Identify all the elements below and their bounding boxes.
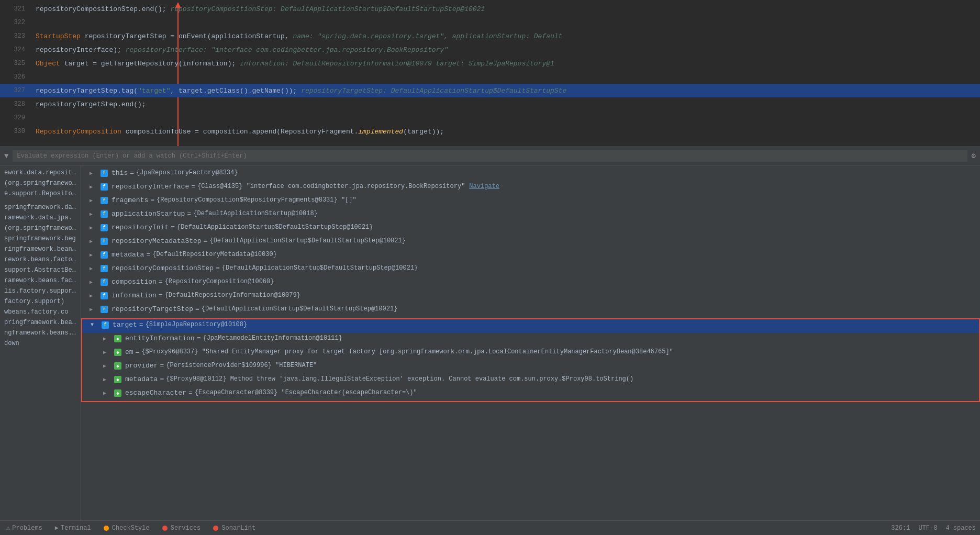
services-tab[interactable]: Services (160, 525, 203, 532)
var-name: escapeCharacter (125, 389, 186, 397)
line-number: 327 (0, 87, 31, 94)
gear-icon[interactable]: ⚙ (972, 151, 976, 160)
line-number: 321 (0, 5, 31, 13)
var-row-escapeCharacter[interactable]: ▶ ◆ escapeCharacter = {EscapeCharacter@8… (82, 387, 979, 401)
leaf-icon: ◆ (114, 362, 121, 370)
sidebar-item[interactable]: ramework.data.jpa. (0, 213, 81, 223)
var-name: composition (112, 278, 157, 286)
terminal-label: Terminal (61, 525, 91, 532)
var-row-em[interactable]: ▶ ◆ em = {$Proxy96@8337} "Shared EntityM… (82, 347, 979, 360)
expand-arrow[interactable]: ▶ (90, 264, 98, 272)
sidebar-item[interactable]: factory.support) (0, 296, 81, 307)
expand-arrow[interactable]: ▶ (103, 362, 112, 369)
sidebar-item[interactable]: pringframework.beans. (0, 317, 81, 328)
sidebar-item[interactable]: ngframework.beans.fa (0, 328, 81, 338)
problems-tab[interactable]: ⚠ Problems (4, 524, 44, 532)
expand-arrow[interactable]: ▶ (90, 210, 98, 217)
expand-arrow[interactable]: ▶ (90, 169, 98, 176)
var-row-applicationStartup[interactable]: ▶ f applicationStartup = {DefaultApplica… (81, 208, 980, 222)
sidebar-item[interactable]: e.support.RepositoryF (0, 188, 81, 199)
code-line-327: 327 repositoryTargetStep.tag("target", t… (0, 84, 980, 97)
var-name: information (112, 292, 157, 299)
var-value: {JpaRepositoryFactory@8334} (136, 169, 238, 176)
sidebar-item[interactable]: down (0, 338, 81, 349)
var-name: repositoryInit (112, 224, 169, 231)
var-value: {DefaultRepositoryMetadata@10030} (152, 251, 277, 258)
filter-icon[interactable]: ▼ (4, 152, 8, 160)
var-row-composition[interactable]: ▶ f composition = {RepositoryComposition… (81, 276, 980, 290)
sidebar-item[interactable]: ringframework.beans.fa (0, 244, 81, 254)
var-row-metadata-child[interactable]: ▶ ◆ metadata = {$Proxy98@10112} Method t… (82, 374, 979, 387)
leaf-icon: ◆ (114, 335, 121, 342)
code-lines: 321 repositoryCompositionStep.end(); rep… (0, 0, 980, 140)
var-name: entityInformation (125, 335, 195, 342)
expand-arrow[interactable]: ▶ (90, 251, 98, 258)
var-name: metadata (125, 375, 158, 383)
line-content: repositoryTargetStep.tag("target", targe… (31, 87, 980, 95)
code-line-323: 323 StartupStep repositoryTargetStep = o… (0, 29, 980, 43)
expand-arrow[interactable]: ▼ (91, 321, 99, 328)
var-row-this[interactable]: ▶ f this = {JpaRepositoryFactory@8334} (81, 168, 980, 181)
expand-arrow[interactable]: ▶ (90, 183, 98, 190)
expand-arrow[interactable]: ▶ (90, 237, 98, 244)
expand-arrow[interactable]: ▶ (90, 224, 98, 231)
code-line-329: 329 (0, 111, 980, 125)
expand-arrow[interactable]: ▶ (103, 375, 112, 383)
leaf-icon: ◆ (114, 376, 121, 383)
sidebar-item[interactable]: lis.factory.support) (0, 286, 81, 296)
field-icon: f (101, 278, 108, 286)
var-row-fragments[interactable]: ▶ f fragments = {RepositoryComposition$R… (81, 195, 980, 208)
var-value: {EscapeCharacter@8339} "EscapeCharacter(… (195, 389, 417, 396)
sidebar-item[interactable]: rework.beans.factory. (0, 254, 81, 265)
var-row-information[interactable]: ▶ f information = {DefaultRepositoryInfo… (81, 290, 980, 304)
expand-arrow[interactable]: ▶ (90, 196, 98, 204)
sidebar-item[interactable]: springframework.data. (0, 202, 81, 213)
terminal-icon: ▶ (55, 524, 59, 532)
var-name: repositoryTargetStep (112, 305, 193, 313)
var-row-repositoryInit[interactable]: ▶ f repositoryInit = {DefaultApplication… (81, 222, 980, 236)
var-row-repositoryMetadataStep[interactable]: ▶ f repositoryMetadataStep = {DefaultApp… (81, 236, 980, 249)
sonarlint-label: SonarLint (221, 525, 255, 532)
var-value: {DefaultRepositoryInformation@10079} (165, 292, 300, 299)
checkstyle-dot (104, 526, 109, 531)
spaces-indicator: 4 spaces (945, 525, 976, 532)
var-row-repositoryTargetStep[interactable]: ▶ f repositoryTargetStep = {DefaultAppli… (81, 304, 980, 317)
var-name: target (113, 321, 137, 329)
code-line-321: 321 repositoryCompositionStep.end(); rep… (0, 2, 980, 16)
sidebar-item[interactable]: springframework.beg (0, 233, 81, 244)
field-icon: f (101, 251, 108, 259)
expand-arrow[interactable]: ▶ (90, 305, 98, 313)
var-row-repositoryInterface[interactable]: ▶ f repositoryInterface = {Class@4135} "… (81, 181, 980, 195)
sidebar-item[interactable]: wbeans.factory.co (0, 307, 81, 317)
expand-arrow[interactable]: ▶ (103, 335, 112, 342)
var-value: {RepositoryComposition@10060} (165, 278, 274, 285)
var-name: provider (125, 362, 158, 370)
leaf-icon: ◆ (114, 349, 121, 356)
expand-arrow[interactable]: ▶ (103, 389, 112, 396)
var-value: {DefaultApplicationStartup@10018} (193, 210, 318, 217)
terminal-tab[interactable]: ▶ Terminal (53, 524, 93, 532)
services-dot (162, 526, 168, 531)
sidebar-item[interactable]: (org.springframewok. (0, 223, 81, 233)
var-row-metadata[interactable]: ▶ f metadata = {DefaultRepositoryMetadat… (81, 249, 980, 263)
sidebar-item[interactable]: ework.data.repository (0, 168, 81, 178)
sonarlint-dot (213, 526, 218, 531)
sidebar-item[interactable]: support.AbstractBean (0, 265, 81, 275)
checkstyle-tab[interactable]: CheckStyle (102, 525, 152, 532)
var-value: {DefaultApplicationStartup$DefaultStartu… (209, 237, 405, 244)
expand-arrow[interactable]: ▶ (90, 292, 98, 299)
line-content: Object target = getTargetRepository(info… (31, 60, 980, 68)
var-row-repositoryCompositionStep[interactable]: ▶ f repositoryCompositionStep = {Default… (81, 263, 980, 276)
sonarlint-tab[interactable]: SonarLint (211, 525, 258, 532)
expression-input[interactable] (13, 150, 967, 162)
debug-toolbar: ▼ ⚙ (0, 147, 980, 165)
expand-arrow[interactable]: ▶ (90, 278, 98, 285)
sidebar-item[interactable]: (org.springframework. (0, 178, 81, 188)
problems-label: Problems (12, 525, 42, 532)
navigate-link[interactable]: Navigate (469, 183, 499, 190)
var-row-entityInformation[interactable]: ▶ ◆ entityInformation = {JpaMetamodelEnt… (82, 333, 979, 347)
sidebar-item[interactable]: ramework.beans.factory (0, 275, 81, 286)
var-row-target[interactable]: ▼ f target = {SimpleJpaRepository@10108} (82, 319, 979, 333)
var-row-provider[interactable]: ▶ ◆ provider = {PersistenceProvider$1099… (82, 360, 979, 374)
expand-arrow[interactable]: ▶ (103, 348, 112, 355)
